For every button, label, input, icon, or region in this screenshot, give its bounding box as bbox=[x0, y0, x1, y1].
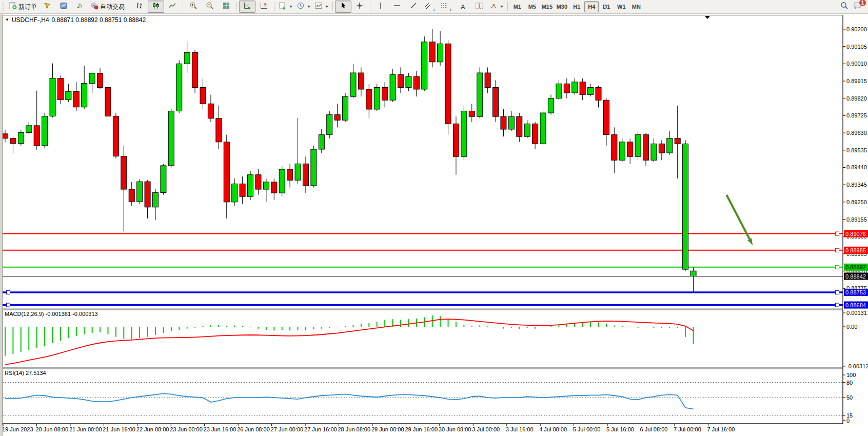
candle-body bbox=[683, 144, 688, 269]
candle-body bbox=[382, 87, 388, 100]
line-handle[interactable] bbox=[836, 232, 839, 235]
macd-histogram-bar bbox=[123, 327, 124, 339]
timeframe-button-M5[interactable]: M5 bbox=[525, 1, 539, 12]
signal-waves-icon bbox=[76, 2, 84, 12]
trendline-button[interactable] bbox=[405, 1, 422, 13]
timeframe-button-D1[interactable]: D1 bbox=[599, 1, 614, 12]
text-button[interactable]: A bbox=[455, 1, 471, 13]
new-order-label: 新订单 bbox=[18, 3, 37, 11]
candle-body bbox=[334, 115, 340, 121]
candle-body bbox=[461, 111, 467, 157]
line-handle[interactable] bbox=[836, 303, 839, 307]
equidistant-channel-button[interactable]: E bbox=[422, 1, 438, 13]
candlestick-chart-button[interactable] bbox=[148, 1, 164, 13]
fibonacci-button[interactable]: F bbox=[438, 1, 455, 13]
macd-histogram-bar bbox=[361, 324, 362, 327]
line-handle[interactable] bbox=[7, 303, 10, 307]
svg-text:27 Jun 00:00: 27 Jun 00:00 bbox=[271, 426, 304, 432]
crosshair-button[interactable] bbox=[351, 1, 368, 13]
svg-text:22 Jun 08:00: 22 Jun 08:00 bbox=[136, 426, 169, 432]
line-chart-button[interactable] bbox=[164, 1, 181, 13]
macd-histogram-bar bbox=[258, 327, 259, 329]
line-handle[interactable] bbox=[7, 291, 10, 294]
candle-body bbox=[50, 78, 55, 116]
macd-histogram-bar bbox=[107, 327, 108, 334]
time-axis: 19 Jun 202320 Jun 08:0021 Jun 00:0021 Ju… bbox=[2, 424, 843, 432]
line-handle[interactable] bbox=[836, 291, 839, 294]
candle-body bbox=[596, 87, 601, 100]
macd-histogram-bar bbox=[487, 326, 488, 327]
horizontal-line-button[interactable] bbox=[389, 1, 405, 13]
svg-text:0.90010: 0.90010 bbox=[846, 61, 867, 67]
candle-body bbox=[208, 104, 213, 118]
bar-chart-button[interactable] bbox=[131, 1, 148, 13]
tile-windows-button[interactable] bbox=[218, 1, 234, 13]
svg-text:30 Jun 08:00: 30 Jun 08:00 bbox=[439, 426, 471, 432]
macd-histogram-bar bbox=[52, 327, 53, 343]
candle-body bbox=[580, 82, 585, 95]
chart-canvas[interactable]: 0.902000.901050.900100.899150.898200.897… bbox=[0, 0, 868, 436]
macd-histogram-bar bbox=[606, 324, 607, 327]
candle-body bbox=[413, 76, 419, 89]
timeframe-button-H4[interactable]: H4 bbox=[584, 1, 599, 12]
timeframe-button-M30[interactable]: M30 bbox=[555, 1, 569, 12]
macd-histogram-bar bbox=[28, 327, 29, 350]
timeframe-button-M1[interactable]: M1 bbox=[510, 1, 524, 12]
candle-body bbox=[517, 116, 522, 136]
notifications-icon[interactable]: 1 bbox=[853, 2, 863, 12]
chart-profile-button[interactable] bbox=[55, 1, 72, 13]
macd-histogram-bar bbox=[226, 326, 227, 327]
toolbar-separator bbox=[274, 2, 274, 11]
macd-histogram-bar bbox=[115, 327, 116, 337]
candle-body bbox=[66, 91, 71, 100]
line-handle[interactable] bbox=[836, 248, 839, 252]
candle-body bbox=[232, 184, 238, 202]
auto-scroll-button[interactable] bbox=[239, 1, 255, 13]
chart-shift-button[interactable] bbox=[255, 1, 272, 13]
signals-button[interactable] bbox=[72, 1, 88, 13]
candle-body bbox=[240, 184, 245, 196]
metaeditor-button[interactable] bbox=[39, 1, 55, 13]
macd-histogram-bar bbox=[36, 327, 37, 348]
candle-body bbox=[263, 182, 269, 189]
cursor-button[interactable] bbox=[335, 1, 351, 13]
timeframe-button-MN[interactable]: MN bbox=[629, 1, 643, 12]
macd-histogram-bar bbox=[131, 327, 132, 340]
dropdown-caret-icon bbox=[500, 6, 503, 8]
dropdown-caret-icon bbox=[307, 6, 310, 8]
window-left-edge bbox=[0, 14, 3, 436]
notification-badge: 1 bbox=[859, 0, 866, 7]
timeframe-button-W1[interactable]: W1 bbox=[614, 1, 628, 12]
macd-histogram-bar bbox=[448, 319, 449, 327]
zoom-out-button[interactable] bbox=[202, 1, 218, 13]
zoom-in-button[interactable] bbox=[185, 1, 202, 13]
dropdown-triangle-icon[interactable]: ▼ bbox=[5, 18, 9, 22]
search-icon[interactable] bbox=[840, 1, 849, 12]
vertical-line-button[interactable] bbox=[372, 1, 389, 13]
text-label-button[interactable]: T bbox=[471, 1, 487, 13]
indicators-button[interactable] bbox=[277, 1, 294, 13]
candle-body bbox=[89, 73, 95, 84]
svg-text:4 Jul 08:00: 4 Jul 08:00 bbox=[539, 426, 567, 432]
periods-button[interactable] bbox=[294, 1, 312, 13]
macd-histogram-bar bbox=[456, 322, 457, 327]
macd-histogram-bar bbox=[298, 327, 299, 330]
macd-histogram-bar bbox=[234, 326, 235, 327]
candle-body bbox=[184, 52, 190, 64]
candle-body bbox=[572, 82, 578, 93]
arrows-button[interactable] bbox=[487, 1, 505, 13]
funnel-icon bbox=[43, 2, 51, 12]
candle-body bbox=[485, 73, 490, 87]
autotrading-button[interactable]: 自动交易 bbox=[88, 1, 127, 13]
candle-body bbox=[18, 132, 24, 143]
timeframe-button-H1[interactable]: H1 bbox=[569, 1, 584, 12]
macd-histogram-bar bbox=[614, 326, 615, 327]
macd-histogram-bar bbox=[685, 327, 686, 337]
line-handle[interactable] bbox=[836, 265, 839, 269]
timeframe-button-M15[interactable]: M15 bbox=[540, 1, 554, 12]
macd-histogram-bar bbox=[677, 327, 678, 328]
new-order-button[interactable]: 新订单 bbox=[7, 1, 39, 13]
price-badge-0.88892: 0.88892 bbox=[844, 264, 868, 271]
templates-button[interactable] bbox=[312, 1, 330, 13]
svg-text:28 Jun 08:00: 28 Jun 08:00 bbox=[338, 426, 371, 432]
